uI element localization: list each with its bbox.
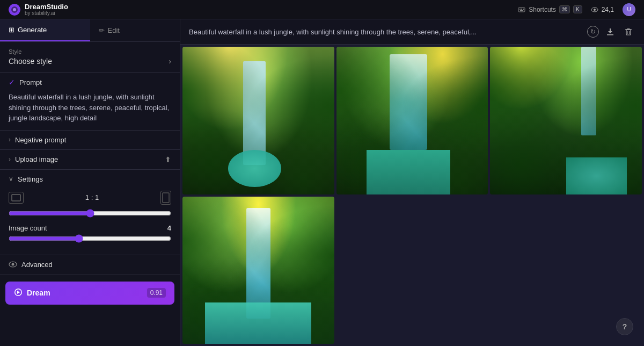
style-section: Style Choose style › bbox=[0, 42, 180, 73]
logo-icon bbox=[9, 4, 20, 16]
app-name: DreamStudio bbox=[25, 3, 68, 11]
image-cell-3[interactable] bbox=[490, 47, 642, 194]
style-label: Style bbox=[9, 48, 171, 55]
settings-header[interactable]: ∨ Settings bbox=[9, 175, 171, 183]
foliage-overlay-1 bbox=[182, 47, 334, 194]
upload-image-row[interactable]: › Upload image ⬆ bbox=[0, 150, 180, 170]
svg-rect-6 bbox=[523, 9, 524, 10]
image-count-label: Image count bbox=[9, 224, 47, 232]
image-cell-4[interactable] bbox=[182, 197, 334, 344]
settings-chevron-icon: ∨ bbox=[9, 175, 13, 183]
foliage-overlay-2 bbox=[336, 47, 488, 194]
sidebar-tabs: ⊞ Generate ✏ Edit bbox=[0, 19, 180, 42]
delete-button[interactable] bbox=[621, 25, 635, 39]
credits-value: 24,1 bbox=[602, 6, 614, 13]
svg-point-9 bbox=[594, 9, 596, 11]
upload-icon: ⬆ bbox=[165, 155, 171, 164]
aspect-ratio-slider-container bbox=[9, 209, 171, 220]
aspect-ratio-landscape-icon[interactable] bbox=[9, 192, 24, 204]
checkmark-icon: ✓ bbox=[9, 78, 15, 86]
image-count-row: Image count 4 bbox=[9, 224, 171, 232]
generate-icon: ⊞ bbox=[9, 26, 14, 34]
settings-section: ∨ Settings 1 : 1 Image count 4 bbox=[0, 170, 180, 255]
dream-button-cost: 0.91 bbox=[147, 288, 166, 298]
download-button[interactable] bbox=[603, 25, 617, 39]
negative-prompt-label: Negative prompt bbox=[15, 136, 66, 144]
advanced-label: Advanced bbox=[21, 261, 53, 269]
svg-rect-16 bbox=[627, 28, 630, 30]
foliage-overlay-4 bbox=[182, 197, 334, 344]
edit-icon: ✏ bbox=[99, 26, 105, 34]
credits-display: 24,1 bbox=[591, 6, 614, 13]
prompt-bar-text: Beautiful waterfall in a lush jungle, wi… bbox=[189, 28, 582, 36]
refresh-button[interactable]: ↻ bbox=[587, 26, 599, 38]
negative-prompt-left: › Negative prompt bbox=[9, 136, 66, 144]
svg-point-2 bbox=[13, 8, 16, 11]
aspect-ratio-row: 1 : 1 bbox=[9, 191, 171, 205]
prompt-header[interactable]: ✓ Prompt bbox=[0, 73, 180, 92]
svg-rect-14 bbox=[626, 30, 631, 35]
eye-icon bbox=[9, 261, 17, 269]
upload-image-label: Upload image bbox=[15, 155, 58, 163]
header: DreamStudio by stability.ai Shortcuts ⌘ … bbox=[0, 0, 644, 19]
logo-text: DreamStudio by stability.ai bbox=[25, 3, 68, 17]
style-choose-text: Choose style bbox=[9, 57, 52, 66]
header-right: Shortcuts ⌘ K 24,1 U bbox=[518, 3, 635, 16]
tab-generate[interactable]: ⊞ Generate bbox=[0, 19, 90, 41]
kbd1: ⌘ bbox=[559, 5, 570, 13]
tab-edit[interactable]: ✏ Edit bbox=[90, 19, 180, 41]
dream-button[interactable]: Dream 0.91 bbox=[5, 282, 174, 305]
image-count-slider[interactable] bbox=[9, 234, 171, 243]
eye-icon-header bbox=[591, 6, 598, 13]
style-choose-row[interactable]: Choose style › bbox=[9, 57, 171, 66]
app-subtitle: by stability.ai bbox=[25, 11, 68, 16]
image-count-slider-container bbox=[9, 234, 171, 245]
trash-icon bbox=[624, 27, 633, 37]
prompt-header-text: Prompt bbox=[19, 78, 42, 86]
avatar[interactable]: U bbox=[623, 3, 635, 16]
svg-point-13 bbox=[12, 263, 14, 265]
prompt-section: ✓ Prompt Beautiful waterfall in a lush j… bbox=[0, 73, 180, 131]
main-layout: ⊞ Generate ✏ Edit Style Choose style › ✓… bbox=[0, 19, 644, 346]
aspect-ratio-portrait-icon[interactable] bbox=[160, 191, 171, 205]
image-grid bbox=[180, 45, 644, 346]
settings-label: Settings bbox=[18, 175, 43, 183]
keyboard-icon bbox=[518, 6, 525, 13]
advanced-row[interactable]: Advanced bbox=[0, 255, 180, 275]
prompt-bar: Beautiful waterfall in a lush jungle, wi… bbox=[180, 19, 644, 45]
prompt-body: Beautiful waterfall in a lush jungle, wi… bbox=[0, 92, 180, 130]
header-left: DreamStudio by stability.ai bbox=[9, 3, 68, 17]
help-button[interactable]: ? bbox=[616, 318, 633, 335]
content-area: Beautiful waterfall in a lush jungle, wi… bbox=[180, 19, 644, 346]
dream-button-label: Dream bbox=[27, 289, 50, 297]
upload-chevron-icon: › bbox=[9, 156, 11, 163]
negative-prompt-row[interactable]: › Negative prompt bbox=[0, 131, 180, 150]
shortcuts-button[interactable]: Shortcuts ⌘ K bbox=[518, 5, 582, 13]
svg-rect-4 bbox=[519, 9, 521, 10]
svg-rect-7 bbox=[520, 10, 523, 11]
chevron-right-icon: › bbox=[169, 57, 171, 66]
chevron-expand-icon: › bbox=[9, 136, 11, 143]
kbd2: K bbox=[573, 5, 582, 13]
image-cell-2[interactable] bbox=[336, 47, 488, 194]
svg-rect-11 bbox=[163, 193, 169, 203]
help-label: ? bbox=[623, 322, 627, 331]
prompt-bar-actions: ↻ bbox=[587, 25, 635, 39]
image-count-value: 4 bbox=[167, 224, 171, 232]
tab-edit-label: Edit bbox=[108, 26, 120, 34]
svg-rect-5 bbox=[521, 9, 522, 10]
dream-icon bbox=[14, 288, 23, 298]
aspect-ratio-slider[interactable] bbox=[9, 209, 171, 218]
download-icon bbox=[605, 27, 615, 37]
prompt-text: Beautiful waterfall in a lush jungle, wi… bbox=[9, 92, 171, 124]
tab-generate-label: Generate bbox=[18, 26, 47, 34]
aspect-ratio-value: 1 : 1 bbox=[85, 193, 99, 201]
upload-image-left: › Upload image bbox=[9, 155, 58, 163]
svg-rect-10 bbox=[12, 194, 20, 201]
image-cell-1[interactable] bbox=[182, 47, 334, 194]
foliage-overlay-3 bbox=[490, 47, 642, 194]
refresh-icon: ↻ bbox=[590, 28, 596, 35]
dream-button-left: Dream bbox=[14, 288, 50, 298]
shortcuts-label: Shortcuts bbox=[529, 6, 556, 13]
sidebar: ⊞ Generate ✏ Edit Style Choose style › ✓… bbox=[0, 19, 180, 346]
